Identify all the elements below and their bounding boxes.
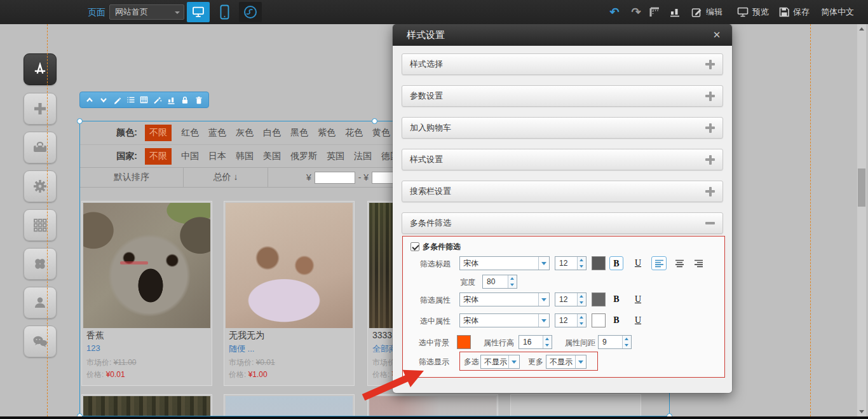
spinner-arrows-icon[interactable] — [577, 293, 586, 306]
scrollbar-thumb[interactable] — [858, 168, 865, 207]
sort-default[interactable]: 默认排序 — [80, 168, 183, 187]
spinner-arrows-icon[interactable] — [622, 336, 631, 348]
filter-option[interactable]: 灰色 — [236, 127, 254, 139]
spacing-spinner[interactable]: 9 — [598, 335, 632, 349]
page-dropdown[interactable]: 网站首页 — [109, 4, 184, 20]
product-card[interactable]: 无我无为 随便 ... 市场价: ¥0.01 价格: ¥1.00 — [224, 201, 355, 386]
filter-option[interactable]: 黑色 — [290, 127, 308, 139]
product-link[interactable]: 随便 ... — [229, 343, 254, 355]
filter-option[interactable]: 紫色 — [318, 127, 336, 139]
section-bar-5[interactable]: 多条件筛选 — [402, 212, 723, 234]
selected-attr-color-swatch[interactable] — [592, 313, 606, 327]
line-height-spinner[interactable]: 16 — [519, 335, 552, 349]
section-bar-3[interactable]: 样式设置 — [402, 149, 723, 170]
ruler-button[interactable] — [646, 0, 663, 24]
bold-button[interactable]: B — [609, 313, 623, 327]
sidebar-item-grid[interactable] — [24, 209, 57, 241]
sort-price[interactable]: 总价 ↓ — [183, 168, 268, 187]
sidebar-item-settings[interactable] — [24, 170, 57, 202]
filter-option[interactable]: 黄色 — [372, 127, 390, 139]
underline-button[interactable]: U — [631, 313, 645, 327]
product-card[interactable] — [367, 394, 498, 419]
sidebar-item-user[interactable] — [24, 287, 57, 319]
section-bar-2[interactable]: 加入购物车 — [402, 117, 723, 139]
sidebar-item-add[interactable] — [24, 93, 57, 125]
filter-option[interactable]: 韩国 — [236, 151, 254, 162]
undo-button[interactable]: ↶ — [605, 0, 624, 24]
align-right-button[interactable] — [691, 256, 706, 270]
selected-bg-color-swatch[interactable] — [457, 335, 471, 349]
filter-attr-font-select[interactable]: 宋体 — [459, 292, 550, 306]
product-card[interactable] — [224, 394, 355, 419]
stats-button[interactable] — [666, 0, 684, 24]
section-bar-4[interactable]: 搜索栏设置 — [402, 181, 723, 202]
filter-option-selected[interactable]: 不限 — [145, 148, 172, 165]
filter-option[interactable]: 花色 — [345, 127, 363, 139]
filter-option[interactable]: 红色 — [181, 127, 199, 139]
spinner-arrows-icon[interactable] — [508, 275, 517, 288]
vertical-scrollbar[interactable] — [857, 24, 866, 416]
selected-attr-font-select[interactable]: 宋体 — [459, 313, 550, 327]
multi-select-dropdown[interactable]: 不显示 — [480, 355, 520, 369]
language-switcher[interactable]: 简体中文 — [821, 0, 854, 24]
move-down-icon[interactable] — [98, 94, 108, 106]
panel-header[interactable]: 样式设置 ✕ — [393, 24, 732, 46]
filter-attr-size-spinner[interactable]: 12 — [555, 292, 587, 306]
save-button[interactable]: 保存 — [779, 0, 810, 24]
sidebar-item-components[interactable] — [24, 248, 57, 280]
guide-line-right[interactable] — [810, 24, 811, 416]
table-icon[interactable] — [139, 94, 149, 106]
filter-title-color-swatch[interactable] — [592, 256, 606, 270]
filter-option[interactable]: 美国 — [263, 151, 281, 162]
filter-option[interactable]: 中国 — [181, 151, 199, 162]
magic-wand-icon[interactable] — [153, 94, 163, 106]
list-icon[interactable] — [125, 94, 135, 106]
filter-option[interactable]: 英国 — [327, 151, 344, 162]
filter-attr-color-swatch[interactable] — [592, 292, 606, 306]
price-min-input[interactable] — [315, 172, 355, 184]
resize-handle-top-center[interactable] — [372, 118, 377, 124]
bold-button[interactable]: B — [609, 256, 623, 270]
filter-option[interactable]: 俄罗斯 — [290, 151, 317, 162]
selected-attr-size-spinner[interactable]: 12 — [555, 313, 587, 327]
stats-bar-icon[interactable] — [166, 94, 177, 106]
mobile-view-button[interactable] — [215, 2, 234, 22]
sidebar-item-toolbox[interactable] — [24, 132, 57, 163]
spinner-arrows-icon[interactable] — [577, 257, 586, 270]
edit-button[interactable]: 编辑 — [691, 0, 722, 24]
move-up-icon[interactable] — [85, 94, 95, 106]
sidebar-item-wechat[interactable] — [24, 326, 57, 357]
width-spinner[interactable]: 80 — [482, 275, 517, 289]
filter-option-selected[interactable]: 不限 — [145, 125, 172, 141]
filter-title-size-spinner[interactable]: 12 — [555, 256, 587, 270]
bold-button[interactable]: B — [609, 292, 623, 306]
preview-button[interactable]: 预览 — [737, 0, 769, 24]
edit-pencil-icon[interactable] — [112, 94, 122, 106]
redo-button[interactable]: ↷ — [627, 0, 646, 24]
scroll-up-icon[interactable] — [857, 24, 866, 34]
underline-button[interactable]: U — [631, 292, 645, 306]
product-card[interactable] — [81, 394, 212, 419]
underline-button[interactable]: U — [631, 256, 645, 270]
product-link[interactable]: 123 — [86, 343, 100, 353]
product-card[interactable]: 香蕉 123 市场价: ¥11.00 价格: ¥0.01 — [81, 201, 212, 386]
section-bar-1[interactable]: 参数设置 — [402, 85, 723, 107]
filter-option[interactable]: 日本 — [208, 151, 226, 162]
resize-handle-top-left[interactable] — [77, 118, 83, 124]
close-icon[interactable]: ✕ — [710, 29, 723, 41]
link-button[interactable] — [239, 2, 262, 22]
more-dropdown[interactable]: 不显示 — [546, 355, 587, 369]
spinner-arrows-icon[interactable] — [577, 314, 586, 327]
filter-option[interactable]: 蓝色 — [208, 127, 226, 139]
desktop-view-button[interactable] — [187, 2, 210, 22]
filter-option[interactable]: 白色 — [263, 127, 281, 139]
spinner-arrows-icon[interactable] — [543, 336, 552, 348]
filter-title-font-select[interactable]: 宋体 — [459, 256, 550, 270]
scroll-down-icon[interactable] — [857, 407, 866, 416]
filter-option[interactable]: 法国 — [354, 151, 372, 162]
lock-icon[interactable] — [180, 94, 190, 106]
product-card[interactable] — [510, 394, 641, 419]
trash-icon[interactable] — [194, 94, 204, 106]
section-bar-0[interactable]: 样式选择 — [402, 53, 723, 75]
sidebar-item-app-store[interactable] — [24, 53, 57, 85]
